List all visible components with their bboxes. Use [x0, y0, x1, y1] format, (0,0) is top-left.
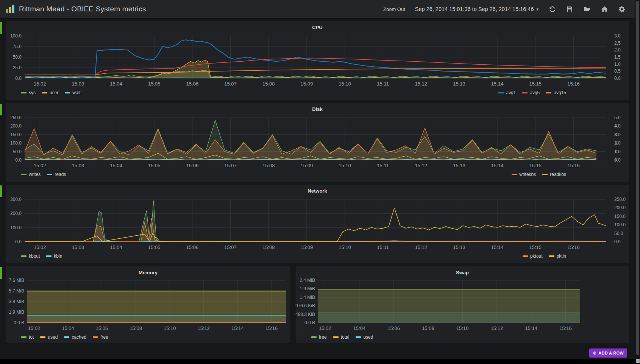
- y-axis-right-label: 0.0: [614, 76, 621, 81]
- legend-item-reads[interactable]: reads: [47, 172, 66, 177]
- legend-item-sys[interactable]: sys: [21, 90, 36, 95]
- legend-label: used: [363, 334, 373, 340]
- legend-item-writes[interactable]: writes: [21, 172, 41, 177]
- swap-legend: freetotalused: [296, 333, 629, 341]
- legend-label: writes: [29, 172, 41, 177]
- x-axis-label: 15:02: [319, 325, 331, 331]
- legend-item-kbin[interactable]: kbin: [46, 254, 62, 259]
- time-range-picker[interactable]: Sep 26, 2014 15:01:36 to Sep 26, 2014 15…: [415, 6, 539, 12]
- row-collapse-tab[interactable]: [0, 22, 2, 34]
- scrollbar-thumb[interactable]: [636, 1, 639, 355]
- x-axis-label: 15:02: [34, 163, 46, 168]
- legend-item-tot[interactable]: tot: [21, 334, 34, 340]
- swap-chart: 15:0215:0415:0615:0815:1015:1215:1415:16…: [296, 277, 629, 333]
- legend-swatch: [42, 92, 47, 93]
- legend-label: sys: [29, 90, 36, 95]
- legend-swatch: [498, 92, 504, 93]
- navbar-controls: Zoom Out Sep 26, 2014 15:01:36 to Sep 26…: [383, 5, 635, 13]
- legend-item-free[interactable]: free: [311, 334, 327, 340]
- legend-swatch: [549, 255, 554, 257]
- zoom-out-button[interactable]: Zoom Out: [383, 6, 405, 12]
- x-axis-label: 15:08: [262, 81, 275, 87]
- legend-item-pktout[interactable]: pktout: [523, 254, 543, 259]
- y-axis-left-label: 50.0: [13, 54, 22, 60]
- legend-item-pktin[interactable]: pktin: [549, 254, 566, 259]
- x-axis-label: 15:14: [491, 163, 504, 168]
- panel-title-network[interactable]: Network: [6, 187, 629, 196]
- legend-item-kbout[interactable]: kbout: [21, 254, 40, 259]
- open-folder-icon: [584, 6, 590, 12]
- legend-item-user[interactable]: user: [42, 90, 58, 95]
- x-axis-label: 15:16: [559, 325, 572, 331]
- legend-item-total[interactable]: total: [333, 334, 350, 340]
- legend-item-free[interactable]: free: [93, 334, 108, 340]
- time-range-caret-icon: ▾: [536, 7, 539, 12]
- y-axis-left-label: 150.0: [10, 132, 22, 137]
- legend-label: kbin: [54, 254, 62, 259]
- y-axis-right-label: 1.5: [614, 54, 621, 60]
- legend-label: wait: [72, 90, 80, 95]
- row-collapse-tab[interactable]: [0, 104, 2, 115]
- row-collapse-tab[interactable]: [0, 185, 2, 197]
- memory-chart: 15:0215:0415:0615:0815:1015:1215:1415:16…: [6, 277, 290, 333]
- legend-item-used[interactable]: used: [356, 334, 373, 340]
- legend-item-avg1[interactable]: avg1: [498, 90, 516, 95]
- legend-left-group: kboutkbin: [21, 254, 69, 259]
- app-logo-icon[interactable]: [5, 4, 15, 14]
- memory-legend: totusedcachedfree: [6, 333, 290, 341]
- panel-title-cpu[interactable]: CPU: [6, 23, 629, 33]
- panel-title-swap[interactable]: Swap: [296, 269, 629, 277]
- legend-label: avg1: [506, 90, 516, 95]
- save-button[interactable]: [566, 5, 573, 13]
- open-dashboard-button[interactable]: [583, 5, 591, 13]
- x-axis-label: 15:03: [72, 81, 84, 87]
- x-axis-label: 15:08: [262, 163, 275, 168]
- legend-item-used[interactable]: used: [40, 334, 58, 340]
- x-axis-label: 15:15: [529, 163, 542, 168]
- y-axis-right-label: 5.0: [614, 115, 621, 120]
- legend-swatch: [356, 336, 361, 338]
- y-axis-left-label: 1.4 MiB: [300, 295, 315, 300]
- x-axis-label: 15:04: [353, 325, 366, 331]
- legend-swatch: [523, 255, 528, 257]
- legend-item-writekbs[interactable]: writekbs: [512, 172, 536, 177]
- y-axis-right-label: 100.0: [614, 222, 626, 227]
- row-collapse-tab[interactable]: [0, 267, 2, 279]
- panel-title-memory[interactable]: Memory: [6, 269, 290, 277]
- x-axis-label: 15:04: [110, 244, 122, 250]
- legend-item-readkbs[interactable]: readkbs: [542, 172, 566, 177]
- x-axis-label: 15:13: [453, 81, 465, 87]
- settings-gear-icon: [619, 6, 625, 12]
- dashboard-title[interactable]: Rittman Mead - OBIEE System metrics: [19, 5, 146, 13]
- save-icon: [567, 6, 573, 12]
- scrollbar-track[interactable]: [635, 0, 640, 359]
- panel-title-disk[interactable]: Disk: [6, 105, 629, 114]
- refresh-button[interactable]: [548, 5, 556, 13]
- home-button[interactable]: [601, 5, 608, 13]
- y-axis-right-label: 200.0: [614, 205, 626, 210]
- x-axis-label: 15:02: [28, 325, 41, 331]
- legend-label: avg15: [554, 90, 566, 95]
- cpu-chart: 15:0215:0315:0415:0515:0615:0715:0815:09…: [6, 33, 629, 88]
- legend-right-group: writekbsreadkbs: [512, 172, 573, 177]
- series-fill-cached: [27, 315, 286, 323]
- x-axis-label: 15:11: [377, 244, 389, 250]
- y-axis-left-label: 200.0: [10, 123, 22, 129]
- legend-item-cached[interactable]: cached: [64, 334, 86, 340]
- y-axis-right-label: 0.0: [614, 239, 621, 244]
- settings-button[interactable]: [618, 5, 626, 13]
- y-axis-left-label: 100.0: [10, 225, 22, 230]
- series-fill-pktout: [25, 218, 606, 242]
- add-row-button[interactable]: ⊕ ADD A ROW: [589, 348, 627, 358]
- y-axis-left-label: 976.6 KiB: [295, 303, 315, 308]
- x-axis-label: 15:08: [422, 325, 434, 331]
- legend-swatch: [546, 92, 551, 93]
- x-axis-label: 15:16: [567, 81, 580, 87]
- x-axis-label: 15:10: [164, 325, 176, 331]
- legend-swatch: [21, 92, 27, 93]
- y-axis-left-label: 5.7 MiB: [9, 288, 24, 294]
- legend-item-avg15[interactable]: avg15: [546, 90, 566, 95]
- legend-item-wait[interactable]: wait: [65, 90, 80, 95]
- legend-swatch: [311, 336, 317, 338]
- legend-item-avg5[interactable]: avg5: [522, 90, 540, 95]
